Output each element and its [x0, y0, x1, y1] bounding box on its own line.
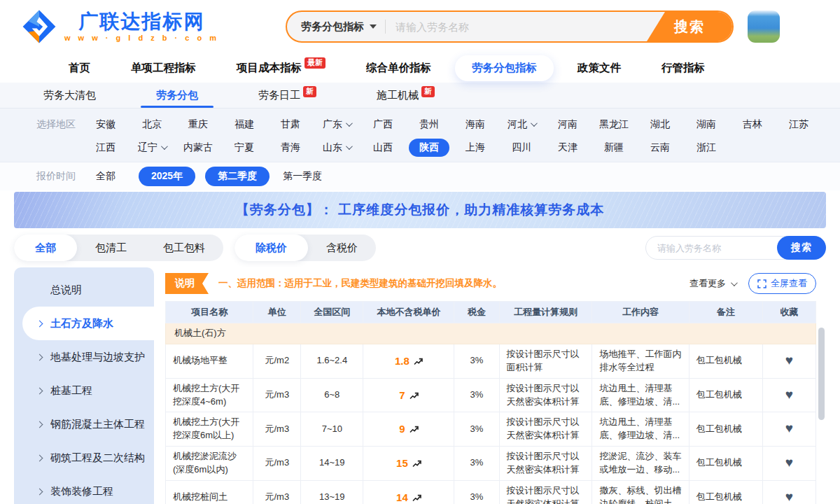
region-chip[interactable]: 新疆 — [591, 141, 637, 154]
scope-filter-option[interactable]: 包工包料 — [145, 236, 223, 260]
region-chip[interactable]: 辽宁 — [129, 141, 175, 154]
work-content-cell: 挖淤泥、流沙、装车或堆放一边、移动... — [592, 447, 689, 481]
top-search-bar: 劳务分包指标 搜索 — [286, 10, 734, 43]
content-panel: 说明 一、适用范围：适用于工业，民建类型建筑的基础开挖回填及降水。 查看更多 全… — [155, 267, 826, 504]
region-chip[interactable]: 甘肃 — [267, 118, 314, 131]
fullscreen-button[interactable]: 全屏查看 — [748, 273, 816, 294]
unit-cell: 元/m3 — [253, 480, 301, 504]
favorite-heart-icon[interactable]: ♥ — [785, 489, 793, 504]
price-value: 9 — [399, 423, 405, 435]
table-row: 机械挖淤泥流沙(深度6m以内)元/m314~19153%按设计图示尺寸以天然密实… — [166, 447, 816, 481]
region-chip[interactable]: 青海 — [267, 141, 314, 154]
region-chip[interactable]: 四川 — [498, 141, 545, 154]
region-chip[interactable]: 湖北 — [637, 118, 683, 131]
national-range-cell: 1.6~2.4 — [301, 344, 363, 379]
region-chip[interactable]: 陕西 — [406, 139, 452, 157]
time-option[interactable]: 全部 — [83, 170, 129, 183]
trend-up-icon — [412, 460, 421, 468]
scope-filter-option[interactable]: 包清工 — [77, 236, 145, 260]
region-chip[interactable]: 山西 — [360, 141, 406, 154]
region-chip[interactable]: 浙江 — [683, 141, 729, 154]
region-chip[interactable]: 上海 — [452, 141, 498, 154]
table-header-cell: 工程量计算规则 — [499, 302, 592, 323]
favorite-heart-icon[interactable]: ♥ — [785, 421, 793, 435]
region-chip[interactable]: 安徽 — [83, 118, 129, 131]
region-chip[interactable]: 广西 — [360, 118, 406, 131]
region-chip-label: 贵州 — [419, 118, 439, 131]
region-chip[interactable]: 重庆 — [175, 118, 221, 131]
region-chip[interactable]: 江西 — [83, 141, 129, 154]
brand-logo[interactable]: 广联达指标网 w w w · g l d z b · c o m — [21, 8, 219, 45]
sidebar-item[interactable]: 总说明 — [14, 273, 154, 307]
chevron-down-icon — [161, 143, 168, 150]
region-chip-label: 河北 — [507, 118, 527, 131]
nav-item[interactable]: 首页 — [69, 61, 90, 76]
subnav-item[interactable]: 劳务分包 — [156, 83, 198, 108]
subnav-item[interactable]: 施工机械新 — [377, 83, 435, 108]
favorite-heart-icon[interactable]: ♥ — [785, 387, 793, 402]
scope-note: 一、适用范围：适用于工业，民建类型建筑的基础开挖回填及降水。 — [218, 277, 690, 290]
table-scrollbar[interactable] — [818, 328, 825, 420]
sidebar-item[interactable]: 装饰装修工程 — [14, 475, 154, 504]
region-chip[interactable]: 海南 — [452, 118, 498, 131]
sidebar-item[interactable]: 土石方及降水 — [22, 307, 154, 340]
nav-item[interactable]: 劳务分包指标 — [455, 55, 554, 81]
search-category-dropdown[interactable]: 劳务分包指标 — [287, 20, 385, 34]
region-chip[interactable]: 河南 — [545, 118, 591, 131]
nav-item[interactable]: 单项工程指标 — [131, 61, 196, 76]
sidebar-item[interactable]: 砌筑工程及二次结构 — [14, 441, 154, 475]
region-chip[interactable]: 天津 — [545, 141, 591, 154]
region-chip[interactable]: 内蒙古 — [175, 141, 221, 154]
favorite-heart-icon[interactable]: ♥ — [785, 455, 793, 470]
note-cell: 包工包机械 — [689, 412, 762, 447]
search-input[interactable] — [386, 21, 647, 33]
region-chip[interactable]: 北京 — [129, 118, 175, 131]
sidebar-item[interactable]: 地基处理与边坡支护 — [14, 340, 154, 374]
subnav-item-label: 施工机械 — [377, 89, 419, 102]
view-more-button[interactable]: 查看更多 — [690, 277, 736, 290]
region-chip[interactable]: 宁夏 — [221, 141, 267, 154]
subnav-item[interactable]: 劳务大清包 — [43, 83, 96, 108]
favorite-cell: ♥ — [762, 378, 816, 412]
tax-filter-option[interactable]: 含税价 — [308, 236, 376, 260]
time-option[interactable]: 第一季度 — [279, 170, 326, 183]
category-sidebar: 总说明土石方及降水地基处理与边坡支护桩基工程钢筋混凝土主体工程砌筑工程及二次结构… — [14, 267, 154, 504]
list-search-button[interactable]: 搜索 — [777, 236, 826, 260]
time-option-label: 第二季度 — [205, 167, 270, 186]
region-chip[interactable]: 山东 — [314, 141, 360, 154]
note-tag: 说明 — [165, 273, 209, 294]
nav-item[interactable]: 项目成本指标最新 — [237, 61, 326, 76]
region-chip-label: 广东 — [323, 118, 342, 131]
search-button[interactable]: 搜索 — [647, 12, 732, 41]
region-chip-label: 上海 — [465, 141, 485, 154]
region-chip[interactable]: 黑龙江 — [591, 118, 637, 131]
region-chip[interactable]: 湖南 — [683, 118, 729, 131]
table-header-cell: 收藏 — [762, 302, 816, 323]
time-option[interactable]: 第二季度 — [205, 167, 270, 186]
sidebar-item[interactable]: 钢筋混凝土主体工程 — [14, 407, 154, 441]
region-chip[interactable]: 贵州 — [406, 118, 452, 131]
nav-item[interactable]: 行管指标 — [662, 61, 705, 76]
time-option[interactable]: 2025年 — [139, 167, 195, 186]
tax-filter-option[interactable]: 除税价 — [234, 234, 308, 261]
region-chip[interactable]: 江苏 — [776, 118, 822, 131]
main-nav: 首页单项工程指标项目成本指标最新综合单价指标劳务分包指标政策文件行管指标 — [0, 53, 840, 83]
region-chip[interactable]: 河北 — [498, 118, 545, 131]
region-chip[interactable]: 吉林 — [729, 118, 776, 131]
nav-item-label: 单项工程指标 — [131, 61, 196, 76]
favorite-heart-icon[interactable]: ♥ — [785, 353, 793, 368]
region-chip[interactable]: 福建 — [221, 118, 267, 131]
user-avatar[interactable] — [748, 10, 780, 43]
nav-item[interactable]: 综合单价指标 — [366, 61, 431, 76]
subnav-item[interactable]: 劳务日工新 — [258, 83, 316, 108]
region-chip-label: 青海 — [281, 141, 300, 154]
chevron-down-icon — [346, 120, 353, 127]
sidebar-item[interactable]: 桩基工程 — [14, 374, 154, 407]
scope-filter-option[interactable]: 全部 — [14, 234, 77, 261]
region-chip[interactable]: 广东 — [314, 118, 360, 131]
chevron-right-icon — [36, 421, 43, 428]
new-badge: 新 — [303, 86, 316, 97]
nav-item[interactable]: 政策文件 — [578, 61, 621, 76]
work-content-cell: 撒灰、标线、切出槽边轮廓线、桩间土... — [592, 480, 689, 504]
region-chip[interactable]: 云南 — [637, 141, 683, 154]
